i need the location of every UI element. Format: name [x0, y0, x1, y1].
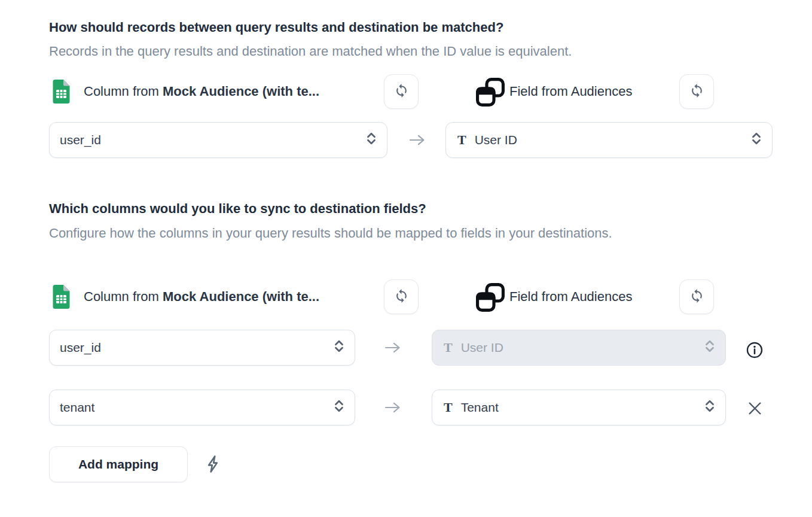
match-section-subtitle: Records in the query results and destina…: [49, 44, 572, 59]
sync-section-title: Which columns would you like to sync to …: [49, 201, 426, 217]
up-down-chevrons-icon: [364, 130, 378, 150]
mapping-source-value: tenant: [60, 400, 94, 415]
right-arrow-icon: [408, 132, 426, 150]
match-header-row: Column from Mock Audience (with te... Fi…: [49, 74, 776, 109]
mapping-destination-value: User ID: [461, 340, 503, 355]
string-type-icon: T: [444, 400, 453, 415]
stacked-windows-icon: [476, 78, 505, 109]
sync-section-subtitle: Configure how the columns in your query …: [49, 221, 612, 245]
refresh-arrows-icon: [394, 288, 409, 305]
spreadsheet-file-icon: [53, 285, 70, 311]
source-name: Mock Audience (with te...: [163, 84, 319, 99]
destination-field-label: Field from Audiences: [509, 74, 632, 109]
mapping-row-destination-select-disabled: T User ID: [432, 330, 726, 366]
refresh-arrows-icon: [689, 288, 704, 305]
sync-header-row: Column from Mock Audience (with te... Fi…: [49, 279, 776, 314]
match-destination-select[interactable]: T User ID: [445, 122, 773, 158]
add-mapping-button[interactable]: Add mapping: [49, 446, 188, 482]
up-down-chevrons-icon: [332, 398, 346, 418]
up-down-chevrons-icon: [332, 338, 346, 358]
destination-name: Audiences: [571, 289, 633, 304]
mapping-row-source-select[interactable]: user_id: [49, 330, 355, 366]
match-destination-value: User ID: [475, 133, 517, 147]
lightning-bolt-icon[interactable]: [205, 455, 221, 476]
source-column-label: Column from Mock Audience (with te...: [84, 74, 319, 109]
source-name: Mock Audience (with te...: [163, 289, 319, 304]
stacked-windows-icon: [476, 283, 505, 314]
refresh-arrows-icon: [394, 83, 409, 100]
up-down-chevrons-icon: [703, 398, 717, 418]
mapping-destination-value: Tenant: [461, 400, 499, 415]
swap-destination-button[interactable]: [679, 279, 714, 314]
mapping-row-source-select[interactable]: tenant: [49, 390, 355, 425]
swap-source-button[interactable]: [384, 279, 419, 314]
mapping-source-value: user_id: [60, 340, 101, 355]
right-arrow-icon: [384, 400, 402, 418]
mapping-row-destination-select[interactable]: T Tenant: [432, 390, 726, 425]
swap-source-button[interactable]: [384, 74, 419, 109]
destination-name: Audiences: [571, 84, 633, 99]
up-down-chevrons-icon: [703, 338, 717, 358]
right-arrow-icon: [384, 340, 402, 358]
swap-destination-button[interactable]: [679, 74, 714, 109]
destination-field-label: Field from Audiences: [509, 279, 632, 314]
info-circle-icon[interactable]: [746, 341, 764, 361]
match-source-value: user_id: [60, 133, 101, 147]
up-down-chevrons-icon: [749, 130, 764, 150]
match-source-select[interactable]: user_id: [49, 122, 387, 158]
string-type-icon: T: [444, 340, 453, 355]
source-column-label: Column from Mock Audience (with te...: [84, 279, 319, 314]
sync-mapping-panel: How should records between query results…: [0, 0, 812, 517]
string-type-icon: T: [457, 132, 466, 148]
x-close-icon[interactable]: [747, 400, 763, 419]
refresh-arrows-icon: [689, 83, 704, 100]
match-section-title: How should records between query results…: [49, 20, 503, 35]
spreadsheet-file-icon: [53, 80, 70, 106]
